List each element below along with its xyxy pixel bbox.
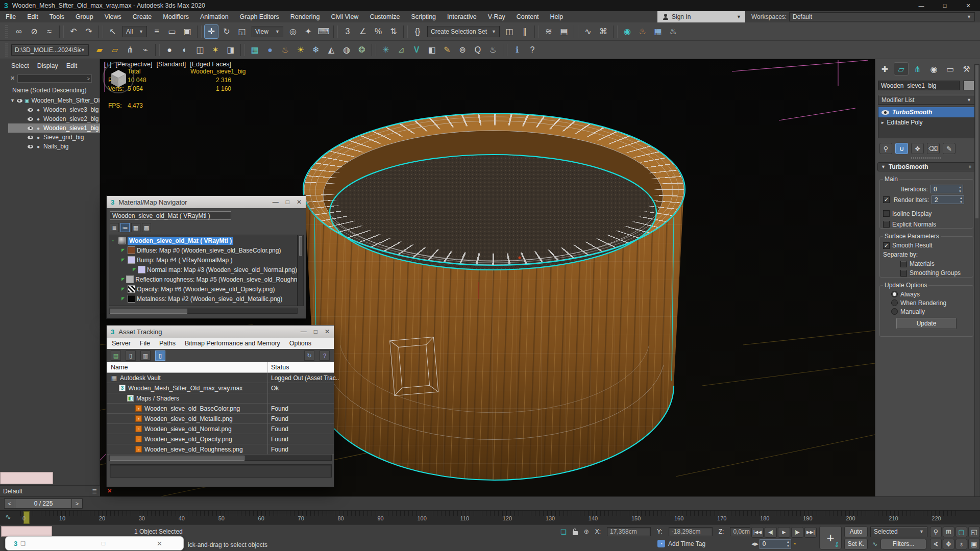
asset-name[interactable]: Wooden_sieve_old_Opacity.png <box>144 436 232 443</box>
selection-filter-select[interactable]: All▼ <box>122 26 147 37</box>
map-label[interactable]: Opacity: Map #6 (Wooden_sieve_old_Opacit… <box>137 286 275 293</box>
cone-icon[interactable]: ◭ <box>324 43 338 57</box>
menubar-item[interactable]: V-Ray <box>482 11 511 22</box>
cube-icon[interactable]: ◫ <box>193 43 207 57</box>
selected-key-filter-select[interactable]: Selected▼ <box>870 527 927 537</box>
maximize-icon[interactable]: □ <box>286 198 289 206</box>
scene-object-row[interactable]: ● Wooden_sieve1_big <box>8 123 100 133</box>
smooth-result-checkbox[interactable]: ✓ <box>883 242 890 249</box>
explorer-menu-item[interactable]: Edit <box>66 62 78 69</box>
link-hierarchy-icon[interactable]: ⋔ <box>123 43 137 57</box>
menubar-item[interactable]: Civil View <box>325 11 364 22</box>
material-tree-row[interactable]: ◤ Reflection roughness: Map #5 (Wooden_s… <box>109 274 297 284</box>
viewport-faces-label[interactable]: [Edged Faces] <box>190 61 231 68</box>
scene-object-row[interactable]: ● Sieve_grid_big <box>8 133 100 142</box>
angle-snap-icon[interactable]: ∠ <box>356 24 370 39</box>
pan-icon[interactable]: ✥ <box>943 539 954 549</box>
image-file-icon[interactable]: ▥ <box>140 350 151 361</box>
create-selection-set-select[interactable]: Create Selection Set▼ <box>427 26 500 37</box>
materials-checkbox[interactable] <box>900 261 907 267</box>
material-tree-row[interactable]: ◤ Diffuse: Map #0 (Wooden_sieve_old_Base… <box>109 245 297 255</box>
layer-manager-icon[interactable]: ≋ <box>542 24 556 39</box>
chart-icon[interactable]: ⊿ <box>394 43 408 57</box>
time-configuration-icon[interactable]: ◔ <box>792 540 796 548</box>
time-slider-value[interactable]: 0 / 225 <box>15 498 71 509</box>
explorer-menu-item[interactable]: Display <box>37 62 58 69</box>
redo-icon[interactable]: ↷ <box>82 24 96 39</box>
filters-button[interactable]: Filters... <box>880 539 926 549</box>
zoom-region-icon[interactable]: ◱ <box>968 527 980 537</box>
modifier-list-select[interactable]: Modifier List▼ <box>878 95 975 105</box>
tab-motion[interactable]: ◉ <box>926 62 941 76</box>
toolbar-grip[interactable] <box>5 43 8 57</box>
x-coordinate-field[interactable]: 17,358cm <box>607 527 651 536</box>
asset-row[interactable]: ▫ Wooden_sieve_old_BaseColor.png Found <box>107 404 334 414</box>
tab-hierarchy[interactable]: ⋔ <box>910 62 925 76</box>
configure-modifier-sets-icon[interactable]: ✎ <box>943 143 955 154</box>
view-list-icon[interactable]: ≣ <box>110 223 119 232</box>
bind-to-space-warp-icon[interactable]: ≈ <box>42 24 57 39</box>
modifier-name[interactable]: Editable Poly <box>887 119 923 126</box>
select-object-icon[interactable]: ↖ <box>106 24 120 39</box>
asset-menu-item[interactable]: Bitmap Performance and Memory <box>185 340 280 347</box>
close-icon[interactable]: ✕ <box>957 0 980 11</box>
undo-icon[interactable]: ↶ <box>66 24 81 39</box>
asset-name[interactable]: Wooden_sieve_old_Roughness.png <box>144 446 243 453</box>
select-and-move-icon[interactable]: ✛ <box>204 24 218 39</box>
teapot-gray-icon[interactable]: ♨ <box>486 43 500 57</box>
time-slider[interactable]: < 0 / 225 > <box>4 498 83 509</box>
pin-stack-icon[interactable]: ⚲ <box>879 143 892 154</box>
edit-named-selection-sets-icon[interactable]: {} <box>410 24 425 39</box>
asset-row[interactable]: ▫ Wooden_sieve_old_Opacity.png Found <box>107 434 334 444</box>
object-name[interactable]: Wooden_Mesh_Sifter_Old <box>31 97 103 104</box>
matnav-horizontal-scrollbar[interactable] <box>109 308 298 314</box>
menubar-item[interactable]: Group <box>70 11 99 22</box>
help-icon[interactable]: ? <box>525 43 540 57</box>
map-label[interactable]: Normal map: Map #3 (Wooden_sieve_old_Nor… <box>147 266 297 273</box>
asset-row[interactable]: ▦ Autodesk Vault Logged Out (Asset Trac.… <box>107 373 334 383</box>
modifier-visibility-icon[interactable] <box>881 110 889 115</box>
maximize-icon[interactable]: □ <box>933 0 957 11</box>
tab-modify[interactable]: ▱ <box>894 62 909 76</box>
viewport-shading-label[interactable]: [Standard] <box>157 61 186 68</box>
blue-sphere-icon[interactable]: ● <box>263 43 277 57</box>
workspace-select[interactable]: Default ▼ <box>789 12 975 21</box>
column-name[interactable]: Name <box>107 364 128 371</box>
scene-object-row[interactable]: ● Nails_big <box>8 142 100 151</box>
tab-utilities[interactable]: ⚒ <box>959 62 974 76</box>
map-label[interactable]: Reflection roughness: Map #5 (Wooden_sie… <box>135 276 298 283</box>
current-frame-field[interactable]: 0 ▲▼ <box>760 539 791 549</box>
asset-menu-item[interactable]: Options <box>289 340 311 347</box>
asset-row[interactable]: ◧ Maps / Shaders <box>107 393 334 404</box>
asset-row[interactable]: ▫ Wooden_sieve_old_Normal.png Found <box>107 424 334 434</box>
percent-snap-icon[interactable]: % <box>371 24 385 39</box>
key-filters-icon[interactable]: ∿ <box>870 540 879 548</box>
unlink-selection-icon[interactable]: ⊘ <box>27 24 41 39</box>
select-by-name-icon[interactable]: ≡ <box>150 24 164 39</box>
folder-icon[interactable]: ▰ <box>92 43 107 57</box>
select-and-scale-icon[interactable]: ◱ <box>235 24 249 39</box>
close-icon[interactable]: ✕ <box>157 540 162 547</box>
render-setup-icon[interactable]: ♨ <box>635 24 650 39</box>
expand-arrow-icon[interactable]: ▼ <box>10 98 15 103</box>
curve-editor-icon[interactable]: ∿ <box>581 24 595 39</box>
material-tree-row[interactable]: ◤ Normal map: Map #3 (Wooden_sieve_old_N… <box>109 265 297 274</box>
close-icon[interactable]: ✕ <box>297 198 302 206</box>
field-of-view-icon[interactable]: ∢ <box>930 539 942 549</box>
orbit-icon[interactable]: ♁ <box>955 539 967 549</box>
previous-frame-icon[interactable]: ◀| <box>765 527 777 538</box>
map-label[interactable]: Wooden_sieve_old_Mat ( VRayMtl ) <box>128 237 233 245</box>
map-label[interactable]: Metalness: Map #2 (Wooden_sieve_old_Meta… <box>137 295 282 303</box>
go-to-end-icon[interactable]: ▶▶| <box>804 527 817 538</box>
render-iters-spinner[interactable]: 2 ▲▼ <box>932 195 964 204</box>
when-rendering-radio[interactable] <box>891 299 898 306</box>
asset-title-bar[interactable]: 3 Asset Tracking — □ ✕ <box>107 325 334 338</box>
asset-menu-item[interactable]: Paths <box>159 340 176 347</box>
matnav-title-bar[interactable]: 3 Material/Map Navigator — □ ✕ <box>107 196 306 208</box>
zoom-icon[interactable]: ⚲ <box>930 527 942 537</box>
asset-row[interactable]: ▫ Wooden_sieve_old_Metallic.png Found <box>107 414 334 424</box>
next-frame-arrow[interactable]: > <box>71 498 83 509</box>
transform-snap-icon[interactable]: ⊕ <box>584 528 589 535</box>
menubar-item[interactable]: Customize <box>364 11 405 22</box>
visibility-eye-icon[interactable] <box>28 145 33 148</box>
